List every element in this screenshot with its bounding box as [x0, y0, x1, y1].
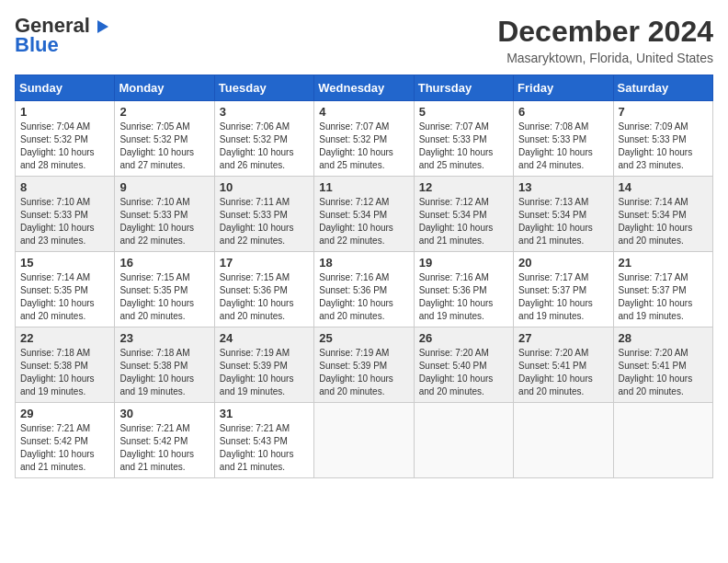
day-info: Sunrise: 7:20 AM Sunset: 5:41 PM Dayligh… — [518, 347, 608, 398]
calendar-week-row: 1Sunrise: 7:04 AM Sunset: 5:32 PM Daylig… — [16, 101, 713, 177]
day-info: Sunrise: 7:06 AM Sunset: 5:32 PM Dayligh… — [220, 121, 309, 172]
day-number: 14 — [619, 180, 708, 194]
day-number: 17 — [220, 256, 309, 270]
day-info: Sunrise: 7:21 AM Sunset: 5:43 PM Dayligh… — [220, 422, 309, 474]
table-row: 26Sunrise: 7:20 AM Sunset: 5:40 PM Dayli… — [414, 327, 513, 403]
day-info: Sunrise: 7:21 AM Sunset: 5:42 PM Dayligh… — [20, 422, 109, 474]
calendar-week-row: 22Sunrise: 7:18 AM Sunset: 5:38 PM Dayli… — [16, 327, 713, 403]
day-info: Sunrise: 7:18 AM Sunset: 5:38 PM Dayligh… — [20, 347, 109, 398]
col-thursday: Thursday — [414, 75, 513, 101]
calendar-week-row: 29Sunrise: 7:21 AM Sunset: 5:42 PM Dayli… — [16, 403, 713, 478]
day-number: 16 — [119, 256, 209, 270]
table-row: 20Sunrise: 7:17 AM Sunset: 5:37 PM Dayli… — [514, 252, 613, 327]
day-number: 28 — [619, 331, 708, 345]
calendar-header-row: Sunday Monday Tuesday Wednesday Thursday… — [16, 75, 713, 101]
location-title: Masaryktown, Florida, United States — [497, 51, 713, 65]
day-number: 13 — [518, 180, 608, 194]
table-row: 12Sunrise: 7:12 AM Sunset: 5:34 PM Dayli… — [414, 177, 513, 252]
day-number: 27 — [518, 331, 608, 345]
table-row: 11Sunrise: 7:12 AM Sunset: 5:34 PM Dayli… — [314, 177, 414, 252]
logo: General Blue — [15, 15, 110, 57]
day-number: 24 — [220, 331, 309, 345]
col-saturday: Saturday — [613, 75, 712, 101]
day-number: 6 — [518, 105, 608, 119]
table-row — [414, 403, 513, 478]
table-row — [613, 403, 712, 478]
table-row: 6Sunrise: 7:08 AM Sunset: 5:33 PM Daylig… — [514, 101, 613, 177]
day-info: Sunrise: 7:09 AM Sunset: 5:33 PM Dayligh… — [619, 121, 708, 172]
day-number: 9 — [119, 180, 209, 194]
table-row: 7Sunrise: 7:09 AM Sunset: 5:33 PM Daylig… — [613, 101, 712, 177]
day-info: Sunrise: 7:14 AM Sunset: 5:35 PM Dayligh… — [20, 271, 109, 323]
day-number: 11 — [319, 180, 408, 194]
header: General Blue December 2024 Masaryktown, … — [15, 15, 713, 65]
day-info: Sunrise: 7:19 AM Sunset: 5:39 PM Dayligh… — [319, 347, 408, 398]
calendar-week-row: 15Sunrise: 7:14 AM Sunset: 5:35 PM Dayli… — [16, 252, 713, 327]
day-number: 12 — [419, 180, 508, 194]
day-number: 25 — [319, 331, 408, 345]
table-row: 24Sunrise: 7:19 AM Sunset: 5:39 PM Dayli… — [214, 327, 313, 403]
day-number: 8 — [20, 180, 109, 194]
col-friday: Friday — [514, 75, 613, 101]
day-info: Sunrise: 7:11 AM Sunset: 5:33 PM Dayligh… — [220, 196, 309, 247]
table-row: 16Sunrise: 7:15 AM Sunset: 5:35 PM Dayli… — [115, 252, 214, 327]
day-number: 31 — [220, 407, 309, 420]
table-row — [514, 403, 613, 478]
day-info: Sunrise: 7:20 AM Sunset: 5:41 PM Dayligh… — [619, 347, 708, 398]
table-row: 21Sunrise: 7:17 AM Sunset: 5:37 PM Dayli… — [613, 252, 712, 327]
day-number: 15 — [20, 256, 109, 270]
day-number: 21 — [619, 256, 708, 270]
day-info: Sunrise: 7:17 AM Sunset: 5:37 PM Dayligh… — [619, 271, 708, 323]
table-row: 14Sunrise: 7:14 AM Sunset: 5:34 PM Dayli… — [613, 177, 712, 252]
day-number: 4 — [319, 105, 408, 119]
table-row: 30Sunrise: 7:21 AM Sunset: 5:42 PM Dayli… — [115, 403, 214, 478]
title-area: December 2024 Masaryktown, Florida, Unit… — [497, 15, 713, 65]
col-wednesday: Wednesday — [314, 75, 414, 101]
table-row: 28Sunrise: 7:20 AM Sunset: 5:41 PM Dayli… — [613, 327, 712, 403]
day-number: 29 — [20, 407, 109, 420]
day-info: Sunrise: 7:13 AM Sunset: 5:34 PM Dayligh… — [518, 196, 608, 247]
day-info: Sunrise: 7:18 AM Sunset: 5:38 PM Dayligh… — [119, 347, 209, 398]
table-row: 5Sunrise: 7:07 AM Sunset: 5:33 PM Daylig… — [414, 101, 513, 177]
calendar-week-row: 8Sunrise: 7:10 AM Sunset: 5:33 PM Daylig… — [16, 177, 713, 252]
table-row: 3Sunrise: 7:06 AM Sunset: 5:32 PM Daylig… — [214, 101, 313, 177]
day-info: Sunrise: 7:08 AM Sunset: 5:33 PM Dayligh… — [518, 121, 608, 172]
day-number: 18 — [319, 256, 408, 270]
table-row: 13Sunrise: 7:13 AM Sunset: 5:34 PM Dayli… — [514, 177, 613, 252]
day-info: Sunrise: 7:10 AM Sunset: 5:33 PM Dayligh… — [119, 196, 209, 247]
day-number: 19 — [419, 256, 508, 270]
day-number: 10 — [220, 180, 309, 194]
day-info: Sunrise: 7:15 AM Sunset: 5:36 PM Dayligh… — [220, 271, 309, 323]
day-number: 20 — [518, 256, 608, 270]
day-info: Sunrise: 7:04 AM Sunset: 5:32 PM Dayligh… — [20, 121, 109, 172]
day-number: 2 — [119, 105, 209, 119]
col-tuesday: Tuesday — [214, 75, 313, 101]
col-sunday: Sunday — [16, 75, 115, 101]
table-row: 4Sunrise: 7:07 AM Sunset: 5:32 PM Daylig… — [314, 101, 414, 177]
day-number: 7 — [619, 105, 708, 119]
table-row: 9Sunrise: 7:10 AM Sunset: 5:33 PM Daylig… — [115, 177, 214, 252]
table-row: 8Sunrise: 7:10 AM Sunset: 5:33 PM Daylig… — [16, 177, 115, 252]
day-info: Sunrise: 7:15 AM Sunset: 5:35 PM Dayligh… — [119, 271, 209, 323]
table-row: 25Sunrise: 7:19 AM Sunset: 5:39 PM Dayli… — [314, 327, 414, 403]
day-info: Sunrise: 7:05 AM Sunset: 5:32 PM Dayligh… — [119, 121, 209, 172]
day-info: Sunrise: 7:21 AM Sunset: 5:42 PM Dayligh… — [119, 422, 209, 474]
table-row: 2Sunrise: 7:05 AM Sunset: 5:32 PM Daylig… — [115, 101, 214, 177]
day-info: Sunrise: 7:17 AM Sunset: 5:37 PM Dayligh… — [518, 271, 608, 323]
day-info: Sunrise: 7:12 AM Sunset: 5:34 PM Dayligh… — [419, 196, 508, 247]
table-row: 22Sunrise: 7:18 AM Sunset: 5:38 PM Dayli… — [16, 327, 115, 403]
table-row: 10Sunrise: 7:11 AM Sunset: 5:33 PM Dayli… — [214, 177, 313, 252]
calendar-table: Sunday Monday Tuesday Wednesday Thursday… — [15, 75, 713, 478]
logo-arrow-icon — [97, 20, 108, 33]
table-row — [314, 403, 414, 478]
day-number: 1 — [20, 105, 109, 119]
day-number: 3 — [220, 105, 309, 119]
logo-blue-text: Blue — [15, 33, 59, 57]
day-number: 26 — [419, 331, 508, 345]
table-row: 23Sunrise: 7:18 AM Sunset: 5:38 PM Dayli… — [115, 327, 214, 403]
day-number: 5 — [419, 105, 508, 119]
table-row: 15Sunrise: 7:14 AM Sunset: 5:35 PM Dayli… — [16, 252, 115, 327]
table-row: 19Sunrise: 7:16 AM Sunset: 5:36 PM Dayli… — [414, 252, 513, 327]
day-number: 22 — [20, 331, 109, 345]
table-row: 17Sunrise: 7:15 AM Sunset: 5:36 PM Dayli… — [214, 252, 313, 327]
